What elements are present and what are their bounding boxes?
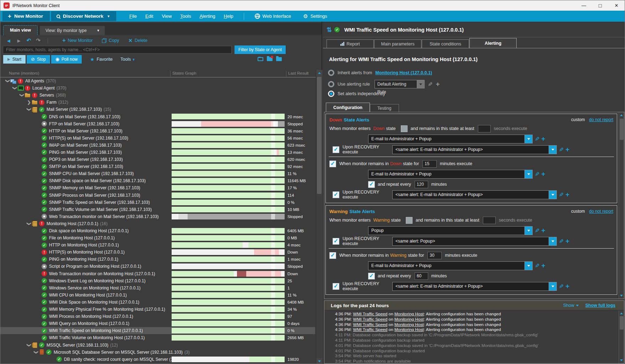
log-monitor-link[interactable]: WMI Traffic Speed <box>353 327 388 332</box>
scrollbar-thumb[interactable] <box>317 77 322 194</box>
delete-action[interactable]: ✕ Delete <box>128 38 147 43</box>
add-alert-icon[interactable]: + <box>541 136 545 141</box>
tree-row[interactable]: ✓SNMP Disk space on Mail Server (192.168… <box>0 177 316 184</box>
menu-edit[interactable]: Edit <box>141 13 157 19</box>
chevron-expanded-icon[interactable]: ❯ <box>27 107 32 112</box>
tree-row[interactable]: ✓HTTP(S) on Mail Server (192.168.17.103)… <box>0 135 316 142</box>
add-rule-icon[interactable]: + <box>436 82 440 87</box>
scroll-up-icon[interactable] <box>619 310 624 316</box>
tree-row[interactable]: ✓WMI Traffic Speed on Monitoring Host (1… <box>0 327 316 334</box>
menu-alerting[interactable]: Alerting <box>196 13 219 19</box>
tree-row[interactable]: !HTTP(S) on Monitoring Host (127.0.0.1)D… <box>0 249 316 256</box>
scrollbar-thumb[interactable] <box>620 316 624 330</box>
poll-now-button[interactable]: ◉ Poll now <box>51 55 82 64</box>
recovery-alert-select[interactable]: <same alert: E-mail to Administrator + P… <box>392 145 557 154</box>
menu-help[interactable]: Help <box>220 13 237 19</box>
dropdown-button[interactable] <box>417 80 425 88</box>
log-monitor-link[interactable]: WMI Traffic Speed <box>353 311 388 316</box>
tab-main-view[interactable]: Main view <box>3 25 38 35</box>
remains-state-checked-checkbox[interactable]: ✓ <box>329 161 336 167</box>
tree-row[interactable]: ❯✓Microsoft SQL Database Server on MSSQL… <box>0 349 316 356</box>
enter-alert-select[interactable]: Popup <box>368 226 533 235</box>
tree-row[interactable]: ✓Disk space on Monitoring Host (127.0.0.… <box>0 227 316 234</box>
inherit-host-link[interactable]: Monitoring Host (127.0.0.1) <box>375 70 432 75</box>
forward-icon[interactable]: ► <box>16 38 22 44</box>
tree-row[interactable]: ✓SNMP Memory on Mail Server (192.168.17.… <box>0 184 316 191</box>
enter-alert-select[interactable]: E-mail to Administrator + Popup <box>368 135 533 143</box>
tree-row[interactable]: ✓WMI CPU on Monitoring Host (127.0.0.1)1… <box>0 292 316 299</box>
stop-button[interactable]: ⊘ Stop <box>27 55 50 64</box>
edit-alert-icon[interactable]: ✎ <box>559 191 564 198</box>
alerting-rule-select[interactable]: Default Alerting Rule <box>375 80 425 88</box>
discover-network-button[interactable]: Discover Network ▼ <box>51 11 116 21</box>
column-states-graph[interactable]: States Graph <box>172 71 196 75</box>
tools-dropdown[interactable]: Tools ▼ <box>120 57 135 62</box>
chevron-collapsed-icon[interactable]: ❯ <box>26 100 32 105</box>
column-last-result[interactable]: Last Result <box>288 71 309 75</box>
menu-tools[interactable]: Tools <box>176 13 195 19</box>
column-name[interactable]: Name (monitors) <box>9 71 39 75</box>
recovery-checked-checkbox[interactable]: ✓ <box>333 146 339 153</box>
tab-state-conditions[interactable]: State conditions <box>422 39 469 48</box>
edit-alert-icon[interactable]: ✎ <box>535 136 539 142</box>
scroll-up-icon[interactable] <box>619 112 624 118</box>
logs-scrollbar[interactable] <box>619 310 624 363</box>
dropdown-button[interactable] <box>525 170 533 179</box>
enter-state-unchecked-checkbox[interactable] <box>406 217 413 224</box>
redo-icon[interactable]: ↷ <box>36 37 41 44</box>
scroll-down-icon[interactable] <box>619 293 624 299</box>
log-monitor-link[interactable]: Monitoring Host <box>394 322 424 327</box>
view-selector-dropdown[interactable]: View: By monitor type ▼ <box>40 26 105 35</box>
radio-independent[interactable] <box>328 91 334 97</box>
do-not-report-link[interactable]: do not report <box>589 209 613 214</box>
enter-seconds-input[interactable] <box>483 217 496 224</box>
tree-row[interactable]: ✓SNMP CPU on Mail Server (192.168.17.103… <box>0 170 316 177</box>
radio-inherit[interactable] <box>328 70 334 76</box>
tree-row[interactable]: ✓IMAP on Mail Server (192.168.17.103)623… <box>0 142 316 149</box>
edit-alert-icon[interactable]: ✎ <box>535 171 539 178</box>
tree-row[interactable]: ✓HTTP on Monitoring Host (127.0.0.1)4 ms… <box>0 241 316 249</box>
start-button[interactable]: ▶ Start <box>3 55 26 64</box>
dropdown-button[interactable] <box>525 135 533 143</box>
tree-row[interactable]: Script or Program on Monitoring Host (12… <box>0 263 316 270</box>
add-alert-icon[interactable]: + <box>565 239 569 244</box>
tree-row[interactable]: ✓PING on Mail Server (192.168.17.103)13 … <box>0 149 316 156</box>
tree-row[interactable]: ✓Windows Service on Monitoring Host (127… <box>0 284 316 292</box>
tree-row[interactable]: ✓File on Monitoring Host (127.0.0.1)0 MB <box>0 234 316 241</box>
repeat-minutes-input[interactable] <box>415 272 428 280</box>
repeat-checked-checkbox[interactable]: ✓ <box>368 181 375 188</box>
undo-icon[interactable]: ↶ <box>27 37 31 44</box>
enter-state-unchecked-checkbox[interactable] <box>401 125 408 132</box>
scroll-down-icon[interactable] <box>619 357 624 363</box>
edit-alert-icon[interactable]: ✎ <box>535 262 539 269</box>
back-icon[interactable]: ◄ <box>6 38 11 44</box>
maximize-button[interactable]: □ <box>592 0 608 11</box>
enter-seconds-input[interactable] <box>478 125 491 132</box>
tree-row[interactable]: ❯✓MSSQL Server (192.168.11.103)(12) <box>0 341 316 348</box>
edit-alert-icon[interactable]: ✎ <box>559 283 564 290</box>
settings-button[interactable]: ⚙ Settings <box>299 13 331 20</box>
chevron-expanded-icon[interactable]: ❯ <box>12 86 17 91</box>
log-monitor-link[interactable]: Monitoring Host <box>394 317 424 322</box>
chevron-expanded-icon[interactable]: ❯ <box>27 342 32 348</box>
add-alert-icon[interactable]: + <box>565 147 569 152</box>
filter-input[interactable] <box>3 46 232 54</box>
edit-rule-icon[interactable]: ✎ <box>428 81 432 88</box>
add-alert-icon[interactable]: + <box>565 284 569 289</box>
filter-by-state-button[interactable]: Filter by State or Agent <box>235 45 286 54</box>
remains-alert-select[interactable]: E-mail to Administrator + Popup <box>368 170 533 179</box>
scroll-down-icon[interactable] <box>316 358 322 364</box>
tree-row[interactable]: ✓DNS on Mail Server (192.168.17.103)20 m… <box>0 113 316 120</box>
chevron-expanded-icon[interactable]: ❯ <box>5 78 10 84</box>
tab-testing[interactable]: Testing <box>370 104 399 112</box>
dropdown-button[interactable] <box>549 237 557 246</box>
tab-main-parameters[interactable]: Main parameters <box>374 39 421 48</box>
tree-row[interactable]: ✓WMI Query on Monitoring Host (127.0.0.1… <box>0 320 316 327</box>
minimize-button[interactable]: — <box>576 0 592 11</box>
tree-row[interactable]: ✓PING on Monitoring Host (127.0.0.1)1 ms… <box>0 256 316 263</box>
chevron-expanded-icon[interactable]: ❯ <box>27 221 32 226</box>
remains-state-checked-checkbox[interactable]: ✓ <box>329 252 336 259</box>
tree-row[interactable]: ❯!Farm(312) <box>0 99 316 106</box>
tree-row[interactable]: ✓Windows Event Log on Monitoring Host (1… <box>0 277 316 284</box>
new-monitor-action[interactable]: + New Monitor <box>62 37 93 44</box>
